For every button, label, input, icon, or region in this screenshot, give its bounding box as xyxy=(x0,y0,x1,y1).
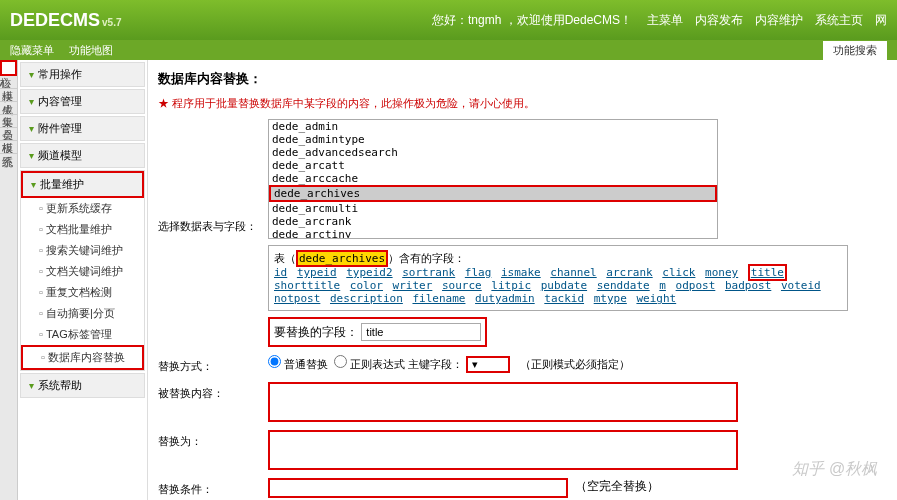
item-cache[interactable]: 更新系统缓存 xyxy=(21,198,144,219)
group-attach[interactable]: ▾附件管理 xyxy=(21,117,144,140)
field-link-id[interactable]: id xyxy=(274,266,287,279)
list-item[interactable]: dede_advancedsearch xyxy=(269,146,717,159)
warning-text: 程序用于批量替换数据库中某字段的内容，此操作极为危险，请小心使用。 xyxy=(158,96,887,111)
chevron-down-icon: ▾ xyxy=(29,380,34,391)
content-textarea[interactable] xyxy=(268,382,738,422)
field-link-color[interactable]: color xyxy=(350,279,383,292)
label-condition: 替换条件： xyxy=(158,478,268,497)
label-replace-to: 替换为： xyxy=(158,430,268,449)
field-link-weight[interactable]: weight xyxy=(636,292,676,305)
content: 数据库内容替换： 程序用于批量替换数据库中某字段的内容，此操作极为危险，请小心使… xyxy=(148,60,897,500)
field-link-filename[interactable]: filename xyxy=(412,292,465,305)
label-mode: 替换方式： xyxy=(158,355,268,374)
label-replace-field: 要替换的字段： xyxy=(274,325,358,339)
radio-regex[interactable] xyxy=(334,355,347,368)
list-item[interactable]: dede_admintype xyxy=(269,133,717,146)
item-tag[interactable]: TAG标签管理 xyxy=(21,324,144,345)
group-content[interactable]: ▾内容管理 xyxy=(21,90,144,113)
field-link-writer[interactable]: writer xyxy=(393,279,433,292)
item-doc-batch[interactable]: 文档批量维护 xyxy=(21,219,144,240)
field-link-notpost[interactable]: notpost xyxy=(274,292,320,305)
field-link-dutyadmin[interactable]: dutyadmin xyxy=(475,292,535,305)
field-link-shorttitle[interactable]: shorttitle xyxy=(274,279,340,292)
field-link-description[interactable]: description xyxy=(330,292,403,305)
sitemap[interactable]: 功能地图 xyxy=(69,43,113,58)
field-link-litpic[interactable]: litpic xyxy=(491,279,531,292)
func-search[interactable]: 功能搜索 xyxy=(823,41,887,60)
nav-site[interactable]: 网 xyxy=(875,12,887,29)
item-db-replace[interactable]: 数据库内容替换 xyxy=(21,345,144,370)
field-link-senddate[interactable]: senddate xyxy=(597,279,650,292)
header-nav: 主菜单 内容发布 内容维护 系统主页 网 xyxy=(647,12,887,29)
item-search-kw[interactable]: 搜索关键词维护 xyxy=(21,240,144,261)
field-link-voteid[interactable]: voteid xyxy=(781,279,821,292)
field-link-click[interactable]: click xyxy=(662,266,695,279)
replace-to-textarea[interactable] xyxy=(268,430,738,470)
item-dup[interactable]: 重复文档检测 xyxy=(21,282,144,303)
field-link-arcrank[interactable]: arcrank xyxy=(606,266,652,279)
nav-main[interactable]: 主菜单 xyxy=(647,12,683,29)
fields-box: 表（dede_archives）含有的字段： id typeid typeid2… xyxy=(268,245,848,311)
field-link-typeid2[interactable]: typeid2 xyxy=(346,266,392,279)
field-link-sortrank[interactable]: sortrank xyxy=(402,266,455,279)
field-link-pubdate[interactable]: pubdate xyxy=(541,279,587,292)
field-link-channel[interactable]: channel xyxy=(550,266,596,279)
field-link-money[interactable]: money xyxy=(705,266,738,279)
table-name-highlight: dede_archives xyxy=(296,250,388,267)
group-help[interactable]: ▾系统帮助 xyxy=(21,374,144,397)
chevron-down-icon: ▾ xyxy=(31,179,36,190)
main: 核心 模块 生成 采集 会员 模板 系统 ▾常用操作 ▾内容管理 ▾附件管理 ▾… xyxy=(0,60,897,500)
list-item[interactable]: dede_arcmulti xyxy=(269,202,717,215)
radio-normal[interactable] xyxy=(268,355,281,368)
condition-input[interactable] xyxy=(268,478,568,498)
hide-menu[interactable]: 隐藏菜单 xyxy=(10,43,54,58)
tab-system[interactable]: 系统 xyxy=(0,141,17,154)
field-link-ismake[interactable]: ismake xyxy=(501,266,541,279)
tab-core[interactable]: 核心 xyxy=(0,60,17,76)
label-content: 被替换内容： xyxy=(158,382,268,401)
left-tabs: 核心 模块 生成 采集 会员 模板 系统 xyxy=(0,60,18,500)
table-listbox[interactable]: dede_admin dede_admintype dede_advanceds… xyxy=(268,119,718,239)
field-link-m[interactable]: m xyxy=(659,279,666,292)
list-item[interactable]: dede_arcatt xyxy=(269,159,717,172)
chevron-down-icon: ▾ xyxy=(29,123,34,134)
list-item[interactable]: dede_admin xyxy=(269,120,717,133)
group-batch[interactable]: ▾批量维护 xyxy=(21,171,144,198)
nav-maintain[interactable]: 内容维护 xyxy=(755,12,803,29)
field-link-typeid[interactable]: typeid xyxy=(297,266,337,279)
item-auto[interactable]: 自动摘要|分页 xyxy=(21,303,144,324)
field-link-badpost[interactable]: badpost xyxy=(725,279,771,292)
field-link-flag[interactable]: flag xyxy=(465,266,492,279)
item-doc-kw[interactable]: 文档关键词维护 xyxy=(21,261,144,282)
tab-module[interactable]: 模块 xyxy=(0,76,17,89)
group-channel[interactable]: ▾频道模型 xyxy=(21,144,144,167)
watermark: 知乎 @秋枫 xyxy=(792,459,877,480)
group-common[interactable]: ▾常用操作 xyxy=(21,63,144,86)
list-item[interactable]: dede_arcrank xyxy=(269,215,717,228)
key-field-select[interactable]: ▾ xyxy=(466,356,510,373)
field-link-tackid[interactable]: tackid xyxy=(544,292,584,305)
subheader: 隐藏菜单 功能地图 功能搜索 xyxy=(0,40,897,60)
field-link-mtype[interactable]: mtype xyxy=(594,292,627,305)
nav-home[interactable]: 系统主页 xyxy=(815,12,863,29)
nav-publish[interactable]: 内容发布 xyxy=(695,12,743,29)
list-item[interactable]: dede_arctiny xyxy=(269,228,717,239)
page-title: 数据库内容替换： xyxy=(158,70,887,88)
label-select-table: 选择数据表与字段： xyxy=(158,119,268,234)
welcome-text: 您好：tngmh ，欢迎使用DedeCMS！ xyxy=(432,12,632,29)
field-link-source[interactable]: source xyxy=(442,279,482,292)
tab-template[interactable]: 模板 xyxy=(0,128,17,141)
header: DEDECMSv5.7 您好：tngmh ，欢迎使用DedeCMS！ 主菜单 内… xyxy=(0,0,897,40)
field-link-odpost[interactable]: odpost xyxy=(676,279,716,292)
logo: DEDECMSv5.7 xyxy=(10,10,121,31)
sidebar: ▾常用操作 ▾内容管理 ▾附件管理 ▾频道模型 ▾批量维护 更新系统缓存 文档批… xyxy=(18,60,148,500)
tab-member[interactable]: 会员 xyxy=(0,115,17,128)
tab-generate[interactable]: 生成 xyxy=(0,89,17,102)
chevron-down-icon: ▾ xyxy=(29,96,34,107)
replace-field-input[interactable] xyxy=(361,323,481,341)
chevron-down-icon: ▾ xyxy=(29,69,34,80)
list-item[interactable]: dede_arccache xyxy=(269,172,717,185)
tab-collect[interactable]: 采集 xyxy=(0,102,17,115)
chevron-down-icon: ▾ xyxy=(29,150,34,161)
list-item-selected[interactable]: dede_archives xyxy=(269,185,717,202)
